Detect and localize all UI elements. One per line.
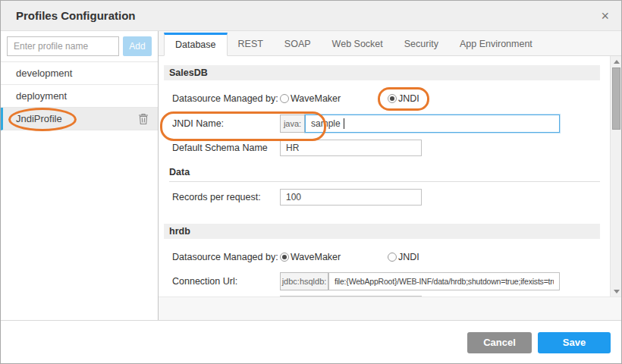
radio-label-jndi: JNDI xyxy=(398,252,419,262)
profile-item-jndiprofile[interactable]: JndiProfile xyxy=(1,108,158,130)
records-per-request-row: Records per request: xyxy=(172,189,600,206)
connection-prefix-box: jdbc:hsqldb: xyxy=(280,272,328,290)
radio-wavemaker-checked[interactable] xyxy=(280,253,289,262)
scrollbar-thumb[interactable] xyxy=(612,67,620,130)
profile-item-development[interactable]: development xyxy=(1,62,158,85)
records-per-request-label: Records per request: xyxy=(172,192,280,202)
section-header-hrdb: hrdb xyxy=(164,224,600,239)
config-tabbar: Database REST SOAP Web Socket Security A… xyxy=(159,31,621,56)
jndi-name-label: JNDI Name: xyxy=(172,118,280,129)
partial-input[interactable] xyxy=(280,296,422,297)
save-button[interactable]: Save xyxy=(538,332,611,353)
jndi-name-row: JNDI Name: java: xyxy=(172,115,600,133)
cancel-button[interactable]: Cancel xyxy=(467,332,532,353)
tab-database[interactable]: Database xyxy=(164,33,228,56)
dialog-footer: Cancel Save xyxy=(1,320,621,364)
scroll-up-icon[interactable] xyxy=(611,56,621,67)
profiles-sidebar: Add development deployment JndiProfile xyxy=(1,31,159,320)
default-schema-row: Default Schema Name xyxy=(172,140,600,156)
database-tab-panel: SalesDB Datasource Managed by: WaveMaker… xyxy=(159,56,621,297)
records-per-request-input[interactable] xyxy=(280,189,422,206)
profile-label: deployment xyxy=(16,90,67,102)
profile-label: development xyxy=(16,67,72,79)
profile-label: JndiProfile xyxy=(16,113,62,124)
default-schema-input[interactable] xyxy=(280,140,422,156)
vertical-scrollbar[interactable] xyxy=(610,56,621,297)
partial-next-row xyxy=(172,296,600,297)
jndi-prefix-box: java: xyxy=(280,115,305,133)
profile-name-input[interactable] xyxy=(7,36,119,56)
text-cursor xyxy=(344,118,344,129)
radio-jndi-checked[interactable] xyxy=(388,94,397,103)
profiles-configuration-dialog: Profiles Configuration × Add development… xyxy=(0,0,622,364)
connection-url-row: Connection Url: jdbc:hsqldb: xyxy=(172,272,600,290)
tab-rest[interactable]: REST xyxy=(228,33,274,55)
tab-app-environment[interactable]: App Environment xyxy=(449,33,543,55)
add-profile-row: Add xyxy=(1,31,158,62)
hrdb-managed-by-row: Datasource Managed by: WaveMaker JNDI xyxy=(172,252,600,262)
tab-web-socket[interactable]: Web Socket xyxy=(322,33,394,55)
managed-by-label: Datasource Managed by: xyxy=(172,93,280,104)
add-profile-button[interactable]: Add xyxy=(123,36,152,56)
delete-profile-icon[interactable] xyxy=(138,113,149,125)
section-header-data: Data xyxy=(169,167,600,182)
default-schema-label: Default Schema Name xyxy=(172,143,280,153)
salesdb-managed-by-row: Datasource Managed by: WaveMaker JNDI xyxy=(172,93,600,104)
dialog-header: Profiles Configuration × xyxy=(1,1,621,31)
connection-url-input[interactable] xyxy=(328,272,560,290)
managed-by-label: Datasource Managed by: xyxy=(172,252,280,262)
panel-bottom-strip xyxy=(159,297,621,320)
tab-security[interactable]: Security xyxy=(394,33,449,55)
scroll-down-icon[interactable] xyxy=(611,286,621,297)
radio-wavemaker-unchecked[interactable] xyxy=(280,94,289,103)
radio-label-jndi: JNDI xyxy=(398,93,419,104)
section-header-salesdb: SalesDB xyxy=(164,65,600,80)
radio-label-wavemaker: WaveMaker xyxy=(291,252,341,262)
dialog-title: Profiles Configuration xyxy=(16,9,136,22)
close-icon[interactable]: × xyxy=(601,9,609,23)
tab-soap[interactable]: SOAP xyxy=(274,33,322,55)
profile-item-deployment[interactable]: deployment xyxy=(1,85,158,108)
radio-label-wavemaker: WaveMaker xyxy=(291,93,341,104)
radio-jndi-unchecked[interactable] xyxy=(388,253,397,262)
connection-url-label: Connection Url: xyxy=(172,276,280,287)
